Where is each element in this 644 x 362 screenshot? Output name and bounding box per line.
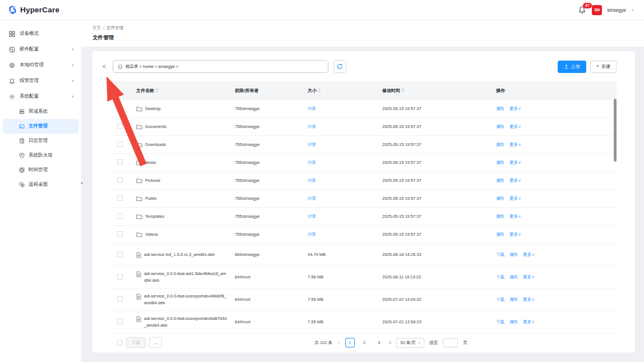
more-link[interactable]: 更多∨ bbox=[523, 297, 535, 303]
more-link[interactable]: 更多∨ bbox=[509, 196, 521, 201]
more-actions-button[interactable]: ... bbox=[149, 337, 162, 348]
sidebar-item-file-management[interactable]: 文件管理 bbox=[3, 119, 78, 134]
create-button[interactable]: + 新建 bbox=[590, 61, 617, 73]
page-2-button[interactable]: 2 bbox=[360, 338, 369, 347]
sidebar-item-system-firewall[interactable]: 系统防火墙 bbox=[3, 148, 78, 163]
row-checkbox[interactable] bbox=[117, 195, 123, 201]
sidebar-item-local-io[interactable]: 本地IO管理 ∨ bbox=[0, 57, 81, 73]
refresh-button[interactable] bbox=[333, 60, 346, 73]
properties-link[interactable]: 属性 bbox=[496, 232, 504, 237]
sort-icon[interactable] bbox=[318, 88, 321, 93]
row-checkbox[interactable] bbox=[117, 213, 123, 219]
row-checkbox[interactable] bbox=[117, 296, 123, 302]
more-link[interactable]: 更多∨ bbox=[523, 274, 535, 280]
avatar[interactable]: SN bbox=[592, 5, 602, 15]
download-link[interactable]: 下载 bbox=[496, 297, 504, 303]
properties-link[interactable]: 属性 bbox=[496, 196, 504, 201]
more-link[interactable]: 更多∨ bbox=[509, 106, 521, 112]
properties-link[interactable]: 属性 bbox=[496, 124, 504, 130]
back-button[interactable]: < bbox=[103, 63, 113, 70]
more-link[interactable]: 更多∨ bbox=[509, 214, 521, 219]
page-1-button[interactable]: 1 bbox=[345, 338, 355, 347]
properties-link[interactable]: 属性 bbox=[509, 252, 518, 258]
sidebar-item-device-overview[interactable]: 设备概览 bbox=[0, 26, 81, 42]
properties-link[interactable]: 属性 bbox=[496, 106, 504, 112]
row-checkbox[interactable] bbox=[117, 123, 123, 129]
calc-size-link[interactable]: 计算 bbox=[308, 214, 316, 219]
row-checkbox[interactable] bbox=[117, 106, 123, 111]
more-link[interactable]: 更多∨ bbox=[509, 124, 521, 130]
select-all-checkbox[interactable] bbox=[117, 340, 123, 346]
download-link[interactable]: 下载 bbox=[496, 252, 504, 258]
upload-button[interactable]: 上传 bbox=[558, 61, 586, 73]
sidebar-item-alarm-management[interactable]: 报警管理 ∨ bbox=[0, 73, 81, 89]
properties-link[interactable]: 属性 bbox=[509, 297, 518, 303]
more-link[interactable]: 更多∨ bbox=[509, 232, 521, 237]
file-name[interactable]: Public bbox=[145, 195, 156, 201]
row-checkbox[interactable] bbox=[117, 141, 123, 147]
sidebar-item-time-management[interactable]: 时间管理 bbox=[3, 163, 78, 177]
row-checkbox[interactable] bbox=[117, 251, 123, 257]
properties-link[interactable]: 属性 bbox=[509, 319, 518, 325]
sidebar-item-dual-domain-system[interactable]: 双域系统 bbox=[3, 104, 78, 119]
calc-size-link[interactable]: 计算 bbox=[308, 124, 316, 129]
properties-link[interactable]: 属性 bbox=[496, 142, 504, 148]
batch-download-button[interactable]: 下载 bbox=[126, 337, 146, 348]
calc-size-link[interactable]: 计算 bbox=[308, 106, 316, 111]
calc-size-link[interactable]: 计算 bbox=[308, 196, 316, 201]
row-checkbox[interactable] bbox=[117, 159, 123, 165]
properties-link[interactable]: 属性 bbox=[509, 274, 518, 280]
shield-icon bbox=[19, 153, 25, 158]
calc-size-link[interactable]: 计算 bbox=[308, 142, 316, 147]
file-name[interactable]: adi-service_0.0.0-feat-sosreportdev6d870… bbox=[144, 315, 228, 328]
file-name[interactable]: adi-service-full_1.5.0-rc.3_amd64.deb bbox=[144, 251, 215, 258]
breadcrumb-home[interactable]: 首页 bbox=[92, 25, 101, 31]
sort-icon[interactable] bbox=[402, 88, 404, 93]
sort-icon[interactable] bbox=[156, 88, 158, 93]
calc-size-link[interactable]: 计算 bbox=[308, 178, 316, 183]
page-size-select[interactable]: 50 条/页∨ bbox=[396, 338, 424, 348]
file-name[interactable]: Desktop bbox=[145, 106, 161, 112]
column-header-mtime[interactable]: 修改时间 bbox=[382, 88, 496, 94]
more-link[interactable]: 更多∨ bbox=[523, 319, 535, 325]
notification-bell[interactable]: 47 bbox=[578, 6, 587, 15]
page-3-button[interactable]: 3 bbox=[374, 338, 384, 347]
row-checkbox[interactable] bbox=[117, 274, 123, 279]
properties-link[interactable]: 属性 bbox=[496, 178, 504, 184]
file-name[interactable]: Pictures bbox=[145, 177, 160, 184]
calc-size-link[interactable]: 计算 bbox=[308, 232, 316, 237]
prev-page-button[interactable]: < bbox=[337, 340, 340, 345]
path-input[interactable]: 根目录 > home > sinsegye > bbox=[113, 60, 328, 73]
table-scrollbar[interactable] bbox=[614, 99, 617, 162]
jump-page-input[interactable] bbox=[443, 338, 458, 347]
file-name[interactable]: Videos bbox=[145, 231, 158, 237]
sidebar-item-hardware-config[interactable]: 硬件配置 ∨ bbox=[0, 42, 81, 57]
download-link[interactable]: 下载 bbox=[496, 274, 504, 280]
more-link[interactable]: 更多∨ bbox=[509, 142, 521, 148]
row-checkbox[interactable] bbox=[117, 319, 123, 324]
sidebar-item-system-config[interactable]: 系统配置 ∧ bbox=[0, 89, 81, 104]
more-link[interactable]: 更多∨ bbox=[509, 178, 521, 184]
sidebar-item-remote-desktop[interactable]: 远程桌面 bbox=[3, 177, 78, 192]
file-mtime: 2025-05-15 19:57:37 bbox=[382, 142, 496, 147]
calc-size-link[interactable]: 计算 bbox=[308, 160, 316, 165]
file-name[interactable]: adi-service_0.0.0-feat-adi1.5devfbfea16_… bbox=[144, 271, 228, 283]
more-link[interactable]: 更多∨ bbox=[523, 252, 535, 258]
more-link[interactable]: 更多∨ bbox=[509, 160, 521, 166]
file-name[interactable]: Music bbox=[145, 159, 156, 166]
sidebar-item-log-management[interactable]: 日志管理 bbox=[3, 134, 78, 148]
column-header-size[interactable]: 大小 bbox=[308, 88, 382, 94]
properties-link[interactable]: 属性 bbox=[496, 214, 504, 219]
row-checkbox[interactable] bbox=[117, 231, 123, 237]
sidebar-collapse-handle[interactable]: ◂ bbox=[80, 181, 82, 185]
column-header-name[interactable]: 文件名称 bbox=[136, 88, 235, 94]
properties-link[interactable]: 属性 bbox=[496, 160, 504, 166]
file-name[interactable]: Downloads bbox=[145, 141, 166, 148]
file-name[interactable]: Templates bbox=[145, 213, 164, 219]
download-link[interactable]: 下载 bbox=[496, 319, 504, 325]
row-checkbox[interactable] bbox=[117, 177, 123, 183]
next-page-button[interactable]: > bbox=[389, 340, 392, 345]
user-menu-chevron-icon[interactable]: ∨ bbox=[631, 8, 634, 12]
file-name[interactable]: Documents bbox=[145, 123, 166, 130]
file-name[interactable]: adi-service_0.0.0-feat-sosreportdev4fdd0… bbox=[144, 293, 228, 306]
